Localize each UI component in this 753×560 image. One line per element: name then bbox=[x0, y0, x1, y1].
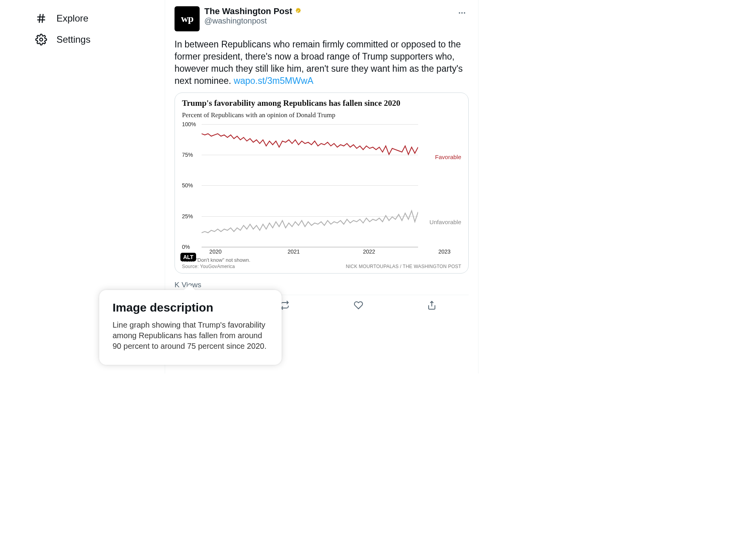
alt-text-popover: Image description Line graph showing tha… bbox=[99, 290, 282, 365]
alt-popover-title: Image description bbox=[113, 301, 268, 314]
nav-label: Explore bbox=[56, 13, 88, 24]
y-tick: 50% bbox=[182, 182, 193, 188]
y-tick: 100% bbox=[182, 121, 196, 127]
more-button[interactable] bbox=[455, 6, 469, 20]
author-name[interactable]: The Washington Post bbox=[204, 6, 292, 16]
chart-card[interactable]: Trump's favorability among Republicans h… bbox=[175, 92, 469, 274]
gear-icon bbox=[35, 34, 47, 45]
tweet-body: In between Republicans who remain firmly… bbox=[175, 39, 463, 86]
nav-label: Settings bbox=[56, 34, 91, 45]
series-label-favorable: Favorable bbox=[435, 154, 461, 160]
y-tick: 25% bbox=[182, 213, 193, 219]
chart-subtitle: Percent of Republicans with an opinion o… bbox=[182, 111, 461, 119]
svg-point-0 bbox=[40, 38, 43, 41]
nav-item-settings[interactable]: Settings bbox=[35, 29, 165, 50]
alt-badge[interactable]: ALT bbox=[180, 253, 196, 261]
like-button[interactable] bbox=[354, 301, 363, 310]
svg-point-2 bbox=[461, 12, 463, 14]
series-label-unfavorable: Unfavorable bbox=[429, 219, 461, 225]
y-tick: 75% bbox=[182, 152, 193, 158]
svg-point-3 bbox=[464, 12, 466, 14]
chart-title: Trump's favorability among Republicans h… bbox=[182, 98, 461, 108]
tweet-link[interactable]: wapo.st/3m5MWwA bbox=[234, 76, 313, 86]
tweet-text: In between Republicans who remain firmly… bbox=[175, 38, 469, 87]
x-tick: 2021 bbox=[287, 248, 300, 255]
verified-badge-icon bbox=[294, 7, 302, 16]
x-tick: 2023 bbox=[438, 248, 451, 255]
hash-icon bbox=[35, 13, 47, 24]
nav-item-explore[interactable]: Explore bbox=[35, 8, 165, 29]
x-tick: 2020 bbox=[209, 248, 222, 255]
y-tick: 0% bbox=[182, 244, 190, 250]
share-button[interactable] bbox=[427, 301, 437, 310]
chart-credit: NICK MOURTOUPALAS / THE WASHINGTON POST bbox=[346, 264, 461, 269]
author-handle[interactable]: @washingtonpost bbox=[204, 16, 302, 25]
chart-note: Note: "Don't know" not shown. bbox=[182, 257, 461, 263]
views: K Views bbox=[175, 281, 469, 289]
x-tick: 2022 bbox=[363, 248, 375, 255]
alt-popover-body: Line graph showing that Trump's favorabi… bbox=[113, 320, 268, 352]
chart-source: Source: YouGovAmerica bbox=[182, 264, 235, 269]
line-chart-svg bbox=[202, 121, 418, 244]
chart-area: 100% 75% 50% 25% 0% Favorable Unfavor bbox=[182, 121, 461, 255]
svg-point-1 bbox=[459, 12, 460, 14]
avatar[interactable]: wp bbox=[175, 6, 200, 31]
